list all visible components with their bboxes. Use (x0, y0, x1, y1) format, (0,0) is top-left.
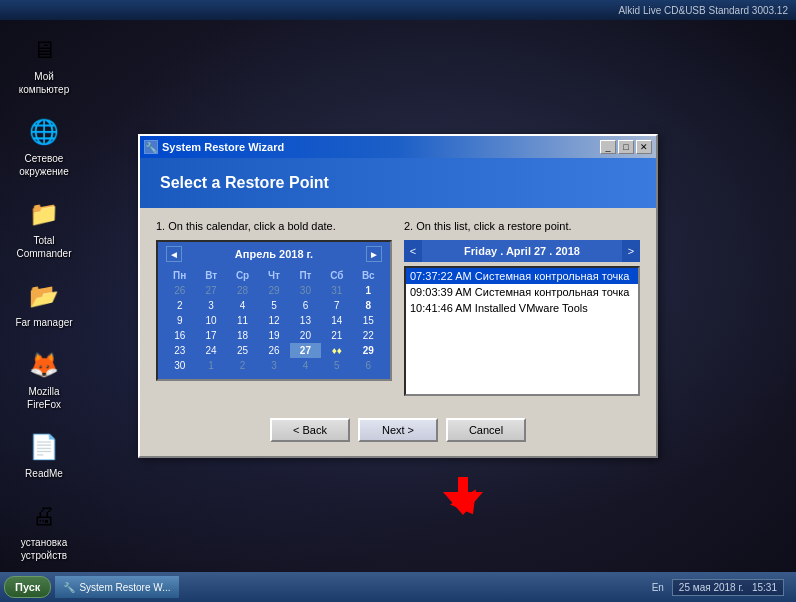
cal-day[interactable]: 31 (321, 283, 352, 298)
dialog-icon: 🔧 (144, 140, 158, 154)
cal-day[interactable]: 2 (227, 358, 258, 373)
title-bar-buttons: _ □ ✕ (600, 140, 652, 154)
cal-day[interactable]: 13 (290, 313, 321, 328)
cal-day[interactable]: 7 (321, 298, 352, 313)
cal-header-fri: Пт (290, 268, 321, 283)
date-nav-label: Friday . April 27 . 2018 (422, 245, 622, 257)
cancel-button[interactable]: Cancel (446, 418, 526, 442)
calendar-week-3: 9 10 11 12 13 14 15 (164, 313, 384, 328)
cal-header-mon: Пн (164, 268, 195, 283)
cal-day[interactable]: 4 (290, 358, 321, 373)
calendar-week-1: 26 27 28 29 30 31 1 (164, 283, 384, 298)
restore-points-column: 2. On this list, click a restore point. … (404, 220, 640, 396)
cal-day[interactable]: 17 (195, 328, 226, 343)
cal-day[interactable]: 28 (227, 283, 258, 298)
cal-day[interactable]: 15 (353, 313, 384, 328)
maximize-button[interactable]: □ (618, 140, 634, 154)
cal-day[interactable]: 10 (195, 313, 226, 328)
right-instruction: 2. On this list, click a restore point. (404, 220, 640, 232)
svg-marker-1 (443, 477, 483, 515)
cal-day[interactable]: 22 (353, 328, 384, 343)
cal-day[interactable]: 23 (164, 343, 195, 358)
cal-day[interactable]: 8 (353, 298, 384, 313)
dialog-header: Select a Restore Point (140, 158, 656, 208)
next-button[interactable]: Next > (358, 418, 438, 442)
cal-day[interactable]: 5 (258, 298, 289, 313)
cal-day[interactable]: 6 (290, 298, 321, 313)
calendar-month-label: Апрель 2018 г. (235, 248, 313, 260)
cal-day[interactable]: 18 (227, 328, 258, 343)
system-restore-dialog: 🔧 System Restore Wizard _ □ ✕ Select a R… (138, 134, 658, 458)
restore-point-item-2[interactable]: 09:03:39 AM Системная контрольная точка (406, 284, 638, 300)
calendar-column: 1. On this calendar, click a bold date. … (156, 220, 392, 396)
desktop: Alkid Live CD&USB Standard 3003.12 🖥 Мой… (0, 0, 796, 602)
cal-day[interactable]: 30 (164, 358, 195, 373)
topbar: Alkid Live CD&USB Standard 3003.12 (0, 0, 796, 20)
dialog-title-bar: 🔧 System Restore Wizard _ □ ✕ (140, 136, 656, 158)
cal-day-selected[interactable]: 27 (290, 343, 321, 358)
cal-day[interactable]: 14 (321, 313, 352, 328)
cal-header-wed: Ср (227, 268, 258, 283)
calendar: ◄ Апрель 2018 г. ► Пн Вт Ср Чт (156, 240, 392, 381)
taskbar-time: 15:31 (752, 582, 777, 593)
date-prev-button[interactable]: < (404, 240, 422, 262)
cal-day[interactable]: 19 (258, 328, 289, 343)
cal-header-sun: Вс (353, 268, 384, 283)
cal-day[interactable]: 11 (227, 313, 258, 328)
calendar-header-row: Пн Вт Ср Чт Пт Сб Вс (164, 268, 384, 283)
date-next-button[interactable]: > (622, 240, 640, 262)
arrow-indicator (438, 477, 488, 524)
title-bar-left: 🔧 System Restore Wizard (144, 140, 284, 154)
taskbar-right: En 25 мая 2018 г. 15:31 (644, 579, 792, 596)
restore-point-item-3[interactable]: 10:41:46 AM Installed VMware Tools (406, 300, 638, 316)
cal-day[interactable]: 27 (195, 283, 226, 298)
cal-day[interactable]: 29 (353, 343, 384, 358)
cal-day[interactable]: 30 (290, 283, 321, 298)
cal-day[interactable]: 4 (227, 298, 258, 313)
start-button[interactable]: Пуск (4, 576, 51, 598)
two-column-layout: 1. On this calendar, click a bold date. … (156, 220, 640, 396)
back-button[interactable]: < Back (270, 418, 350, 442)
cal-header-thu: Чт (258, 268, 289, 283)
taskbar-bottom: Пуск 🔧 System Restore W... En 25 мая 201… (0, 572, 796, 602)
dialog-button-row: < Back Next > Cancel (140, 408, 656, 456)
cal-day[interactable]: 5 (321, 358, 352, 373)
cal-day[interactable]: 16 (164, 328, 195, 343)
cal-day[interactable]: 1 (353, 283, 384, 298)
dialog-window-title: System Restore Wizard (162, 141, 284, 153)
calendar-next-button[interactable]: ► (366, 246, 382, 262)
cal-day[interactable]: ♦♦ (321, 343, 352, 358)
dialog-header-title: Select a Restore Point (160, 174, 636, 192)
close-button[interactable]: ✕ (636, 140, 652, 154)
calendar-prev-button[interactable]: ◄ (166, 246, 182, 262)
taskbar-item-system-restore[interactable]: 🔧 System Restore W... (55, 576, 178, 598)
cal-day[interactable]: 20 (290, 328, 321, 343)
taskbar-date: 25 мая 2018 г. (679, 582, 744, 593)
restore-point-item-1[interactable]: 07:37:22 AM Системная контрольная точка (406, 268, 638, 284)
cal-day[interactable]: 3 (258, 358, 289, 373)
cal-day[interactable]: 2 (164, 298, 195, 313)
cal-day[interactable]: 9 (164, 313, 195, 328)
cal-day[interactable]: 26 (164, 283, 195, 298)
calendar-week-4: 16 17 18 19 20 21 22 (164, 328, 384, 343)
calendar-grid: Пн Вт Ср Чт Пт Сб Вс 26 (158, 266, 390, 379)
left-instruction: 1. On this calendar, click a bold date. (156, 220, 392, 232)
calendar-week-6: 30 1 2 3 4 5 6 (164, 358, 384, 373)
cal-day[interactable]: 25 (227, 343, 258, 358)
cal-day[interactable]: 12 (258, 313, 289, 328)
svg-marker-0 (438, 477, 486, 517)
cal-day[interactable]: 26 (258, 343, 289, 358)
cal-day[interactable]: 29 (258, 283, 289, 298)
calendar-week-2: 2 3 4 5 6 7 8 (164, 298, 384, 313)
taskbar-clock: 25 мая 2018 г. 15:31 (672, 579, 784, 596)
restore-points-list[interactable]: 07:37:22 AM Системная контрольная точка … (404, 266, 640, 396)
cal-day[interactable]: 1 (195, 358, 226, 373)
cal-day[interactable]: 24 (195, 343, 226, 358)
dialog-body: 1. On this calendar, click a bold date. … (140, 208, 656, 408)
cal-day[interactable]: 3 (195, 298, 226, 313)
date-navigator: < Friday . April 27 . 2018 > (404, 240, 640, 262)
cal-header-sat: Сб (321, 268, 352, 283)
cal-day[interactable]: 6 (353, 358, 384, 373)
cal-day[interactable]: 21 (321, 328, 352, 343)
minimize-button[interactable]: _ (600, 140, 616, 154)
